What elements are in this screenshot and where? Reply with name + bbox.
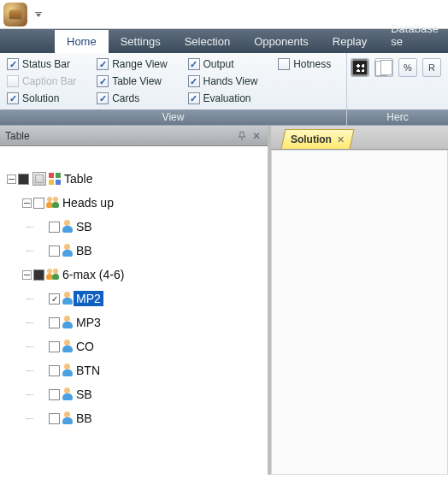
tree-root-table[interactable]: Table: [7, 167, 264, 191]
close-icon[interactable]: ✕: [252, 131, 262, 141]
checkbox-icon[interactable]: [97, 75, 109, 87]
ribbon-tab-settings[interactable]: Settings: [109, 30, 173, 53]
workspace: Table ✕ TableHeads upSBBB6-max (4-6)MP2M…: [0, 126, 448, 475]
ribbon-check-output[interactable]: Output: [188, 58, 267, 70]
tree: TableHeads upSBBB6-max (4-6)MP2MP3COBTNS…: [0, 146, 268, 475]
qat-dropdown-icon[interactable]: [34, 10, 43, 19]
expander-icon[interactable]: [22, 270, 32, 280]
ribbon-tab-replay[interactable]: Replay: [321, 30, 379, 53]
panel-table-title: Table: [5, 130, 237, 142]
svg-rect-1: [56, 173, 61, 178]
document-tabwell: Solution ✕: [271, 126, 448, 150]
panel-solution: Solution ✕: [268, 126, 448, 475]
expander-icon[interactable]: [7, 174, 16, 184]
people-icon: [46, 268, 60, 281]
person-icon: [62, 411, 74, 425]
checkbox-icon[interactable]: [97, 58, 109, 70]
tree-item-bb[interactable]: BB: [7, 406, 264, 430]
ribbon-check-status-bar[interactable]: Status Bar: [7, 58, 85, 70]
ribbon-group-view: Status BarCaption BarSolutionRange ViewT…: [0, 53, 347, 125]
tree-node-label: BTN: [74, 363, 103, 378]
tree-item-mp2[interactable]: MP2: [7, 287, 264, 311]
ribbon-tab-home[interactable]: Home: [55, 30, 109, 53]
tree-group-6-max-4-6-[interactable]: 6-max (4-6): [7, 263, 264, 287]
tree-checkbox[interactable]: [49, 317, 60, 328]
percent-button[interactable]: %: [398, 58, 417, 77]
tree-checkbox[interactable]: [49, 365, 60, 376]
ribbon-tabstrip: HomeSettingsSelectionOpponentsReplayData…: [0, 29, 448, 53]
person-icon: [62, 387, 74, 401]
tab-close-icon[interactable]: ✕: [337, 134, 345, 145]
ribbon-check-evaluation[interactable]: Evaluation: [188, 92, 267, 104]
tree-checkbox[interactable]: [49, 222, 60, 233]
ribbon-check-range-view[interactable]: Range View: [97, 58, 175, 70]
pin-icon[interactable]: [237, 131, 247, 141]
tree-node-label: Table: [62, 171, 95, 186]
ribbon-check-cards[interactable]: Cards: [97, 92, 175, 104]
tree-checkbox[interactable]: [49, 341, 60, 352]
tree-item-mp3[interactable]: MP3: [7, 311, 264, 334]
table-icon: [32, 172, 46, 186]
tab-solution-label: Solution: [291, 133, 332, 145]
tree-item-sb[interactable]: SB: [7, 382, 264, 406]
person-icon: [62, 340, 74, 353]
tree-checkbox[interactable]: [33, 269, 44, 281]
tree-node-label: BB: [74, 411, 95, 426]
people-icon: [46, 196, 60, 210]
tree-node-label: CO: [74, 339, 97, 354]
ribbon-check-hands-view[interactable]: Hands View: [188, 75, 267, 87]
tree-item-sb[interactable]: SB: [7, 215, 264, 239]
tree-node-label: 6-max (4-6): [60, 267, 127, 282]
cards-icon[interactable]: [374, 58, 393, 77]
svg-rect-0: [49, 173, 54, 178]
tree-checkbox[interactable]: [49, 413, 60, 424]
tree-item-btn[interactable]: BTN: [7, 358, 264, 382]
tree-checkbox[interactable]: [49, 293, 60, 305]
tree-checkbox[interactable]: [18, 174, 29, 185]
ribbon-item-label: Solution: [22, 92, 59, 104]
checkbox-icon[interactable]: [278, 58, 290, 70]
ribbon-item-label: Cards: [112, 92, 139, 104]
r-button[interactable]: R: [422, 58, 441, 77]
ribbon-tab-opponents[interactable]: Opponents: [242, 30, 321, 53]
svg-rect-3: [56, 180, 61, 185]
tree-item-co[interactable]: CO: [7, 334, 264, 358]
ribbon-check-hotness[interactable]: Hotness: [278, 58, 339, 70]
ribbon-item-label: Table View: [112, 75, 162, 87]
tree-node-label: BB: [74, 243, 95, 258]
tree-group-heads-up[interactable]: Heads up: [7, 191, 264, 215]
ribbon-item-label: Status Bar: [22, 58, 70, 70]
ribbon-check-solution[interactable]: Solution: [7, 92, 85, 104]
checkbox-icon[interactable]: [7, 92, 19, 104]
checkbox-icon[interactable]: [188, 58, 200, 70]
person-icon: [62, 316, 74, 329]
ribbon-tab-database[interactable]: Database se: [379, 17, 448, 53]
checkbox-icon[interactable]: [97, 92, 109, 104]
tree-node-label: SB: [74, 219, 95, 234]
checkbox-icon[interactable]: [188, 75, 200, 87]
tree-checkbox[interactable]: [49, 389, 60, 400]
checkbox-icon: [7, 75, 19, 87]
checkbox-icon[interactable]: [188, 92, 200, 104]
ribbon-item-label: Hotness: [293, 58, 331, 70]
tree-item-bb[interactable]: BB: [7, 239, 264, 263]
tree-node-label: MP2: [74, 291, 103, 306]
tree-node-label: MP3: [74, 315, 103, 330]
tree-checkbox[interactable]: [49, 245, 60, 257]
tree-checkbox[interactable]: [33, 198, 44, 209]
checkbox-icon[interactable]: [7, 58, 19, 70]
tree-node-label: Heads up: [60, 195, 116, 210]
ribbon-group-label: View: [0, 109, 346, 125]
ribbon-item-label: Output: [203, 58, 234, 70]
ribbon-item-label: Hands View: [203, 75, 258, 87]
expander-icon[interactable]: [22, 198, 32, 208]
tab-solution[interactable]: Solution ✕: [281, 129, 355, 149]
person-icon: [62, 220, 74, 234]
ribbon-item-label: Evaluation: [203, 92, 251, 104]
app-icon[interactable]: [3, 3, 27, 27]
ribbon-check-table-view[interactable]: Table View: [97, 75, 175, 87]
ribbon-group-hero: % R Herc: [347, 53, 448, 125]
dice-icon[interactable]: [351, 58, 369, 77]
tree-node-label: SB: [74, 387, 95, 402]
ribbon-tab-selection[interactable]: Selection: [173, 30, 242, 53]
